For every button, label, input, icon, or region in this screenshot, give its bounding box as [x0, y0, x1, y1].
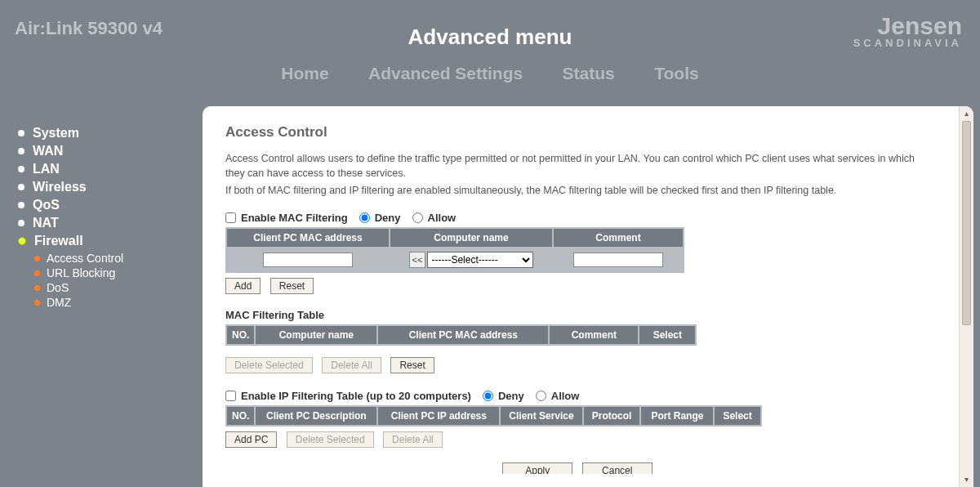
nav-status[interactable]: Status	[563, 64, 615, 83]
enable-mac-filtering-checkbox[interactable]	[225, 212, 236, 223]
sidebar-item-lan[interactable]: LAN	[18, 162, 203, 176]
sidebar-item-label: NAT	[33, 216, 59, 230]
enable-mac-filtering-checkbox-label[interactable]: Enable MAC Filtering	[225, 212, 348, 224]
ip-deny-radio-label[interactable]: Deny	[483, 390, 524, 402]
enable-ip-filtering-text: Enable IP Filtering Table (up to 20 comp…	[241, 390, 471, 402]
sidebar-item-nat[interactable]: NAT	[18, 216, 203, 230]
cancel-button[interactable]: Cancel	[582, 462, 653, 474]
ip-col-desc: Client PC Description	[255, 406, 377, 426]
col-computer-name2: Computer name	[255, 325, 377, 345]
sidebar-item-qos[interactable]: QoS	[18, 198, 203, 212]
sidebar-sub-label: URL Blocking	[47, 266, 115, 279]
scroll-down-icon[interactable]: ▾	[962, 474, 971, 485]
ip-col-protocol: Protocol	[583, 406, 641, 426]
enable-ip-filtering-checkbox-label[interactable]: Enable IP Filtering Table (up to 20 comp…	[225, 390, 471, 402]
ip-filter-controls: Enable IP Filtering Table (up to 20 comp…	[225, 390, 936, 402]
sidebar-item-label: QoS	[33, 198, 60, 212]
ip-allow-radio-label[interactable]: Allow	[536, 390, 580, 402]
nav-advanced-settings[interactable]: Advanced Settings	[368, 64, 523, 83]
sidebar: System WAN LAN Wireless QoS NAT Firewall…	[0, 106, 203, 487]
description-1: Access Control allows users to define th…	[225, 152, 936, 181]
sidebar-sub-label: DMZ	[47, 296, 71, 309]
ip-allow-text: Allow	[551, 390, 580, 402]
mac-allow-radio[interactable]	[412, 212, 423, 223]
footer-buttons: Apply Cancel	[225, 462, 936, 474]
mac-deny-text: Deny	[375, 212, 401, 224]
ip-delete-selected-button[interactable]: Delete Selected	[287, 431, 374, 448]
enable-mac-filtering-text: Enable MAC Filtering	[241, 212, 348, 224]
mac-filtering-table: NO. Computer name Client PC MAC address …	[225, 324, 697, 346]
sidebar-item-label: System	[33, 126, 79, 141]
apply-button[interactable]: Apply	[502, 462, 572, 474]
page-title: Advanced menu	[0, 25, 980, 50]
mac-table-heading: MAC Filtering Table	[225, 309, 936, 321]
enable-ip-filtering-checkbox[interactable]	[225, 391, 236, 401]
col-comment2: Comment	[549, 325, 639, 345]
sidebar-sub-access-control[interactable]: Access Control	[34, 252, 203, 265]
mac-filter-controls: Enable MAC Filtering Deny Allow	[225, 212, 936, 224]
logo-brand: Jensen	[853, 15, 962, 37]
section-title: Access Control	[225, 124, 936, 141]
ip-delete-all-button[interactable]: Delete All	[383, 431, 443, 448]
mac-reset2-button[interactable]: Reset	[390, 357, 434, 373]
sidebar-item-label: LAN	[33, 162, 60, 176]
col-select: Select	[639, 325, 696, 345]
sidebar-item-system[interactable]: System	[18, 126, 203, 141]
col-mac-address2: Client PC MAC address	[377, 325, 549, 345]
sidebar-sub-url-blocking[interactable]: URL Blocking	[34, 266, 203, 279]
col-no: NO.	[226, 325, 255, 345]
ip-deny-text: Deny	[498, 390, 524, 402]
nav-home[interactable]: Home	[281, 64, 328, 83]
header: Air:Link 59300 v4 Advanced menu Jensen S…	[0, 0, 980, 106]
logo-sub: SCANDINAVIA	[853, 37, 962, 49]
sidebar-item-label: Firewall	[34, 234, 83, 248]
mac-delete-all-button[interactable]: Delete All	[322, 357, 381, 373]
sidebar-item-wireless[interactable]: Wireless	[18, 180, 203, 194]
sidebar-sub-label: Access Control	[47, 252, 123, 265]
col-computer-name: Computer name	[390, 228, 553, 248]
logo: Jensen SCANDINAVIA	[853, 15, 962, 49]
col-comment: Comment	[553, 228, 684, 248]
mac-allow-radio-label[interactable]: Allow	[412, 212, 457, 224]
mac-entry-table: Client PC MAC address Computer name Comm…	[225, 227, 684, 273]
ip-filtering-table: NO. Client PC Description Client PC IP a…	[225, 405, 762, 427]
scroll-thumb[interactable]	[962, 121, 971, 325]
scrollbar[interactable]: ▴ ▾	[959, 106, 973, 487]
comment-input[interactable]	[573, 252, 663, 267]
mac-deny-radio[interactable]	[359, 212, 370, 223]
mac-delete-selected-button[interactable]: Delete Selected	[225, 357, 313, 373]
sidebar-sub-label: DoS	[47, 281, 69, 294]
sidebar-sub-dmz[interactable]: DMZ	[34, 296, 203, 309]
sidebar-item-firewall[interactable]: Firewall	[18, 234, 203, 248]
description-2: If both of MAC filtering and IP filterin…	[225, 184, 936, 199]
ip-allow-radio[interactable]	[536, 391, 546, 401]
ip-col-service: Client Service	[500, 406, 582, 426]
ip-col-port: Port Range	[640, 406, 714, 426]
ip-col-select: Select	[714, 406, 760, 426]
mac-address-input[interactable]	[263, 252, 353, 267]
ip-col-addr: Client PC IP address	[377, 406, 500, 426]
mac-allow-text: Allow	[428, 212, 457, 224]
ip-col-no: NO.	[226, 406, 255, 426]
mac-deny-radio-label[interactable]: Deny	[359, 212, 401, 224]
mac-add-button[interactable]: Add	[225, 278, 261, 294]
computer-name-select[interactable]: ------Select------	[427, 252, 533, 268]
sidebar-item-label: WAN	[33, 144, 63, 159]
sidebar-sub-dos[interactable]: DoS	[34, 281, 203, 294]
copy-left-button[interactable]: <<	[409, 252, 426, 268]
mac-reset-button[interactable]: Reset	[270, 278, 314, 294]
ip-deny-radio[interactable]	[483, 391, 493, 401]
nav-tools[interactable]: Tools	[654, 64, 698, 83]
top-nav: Home Advanced Settings Status Tools	[0, 64, 980, 83]
sidebar-item-label: Wireless	[33, 180, 87, 194]
sidebar-item-wan[interactable]: WAN	[18, 144, 203, 159]
ip-add-pc-button[interactable]: Add PC	[225, 431, 277, 448]
scroll-up-icon[interactable]: ▴	[962, 108, 971, 119]
content-panel: Access Control Access Control allows use…	[203, 106, 973, 487]
col-mac-address: Client PC MAC address	[226, 228, 390, 248]
